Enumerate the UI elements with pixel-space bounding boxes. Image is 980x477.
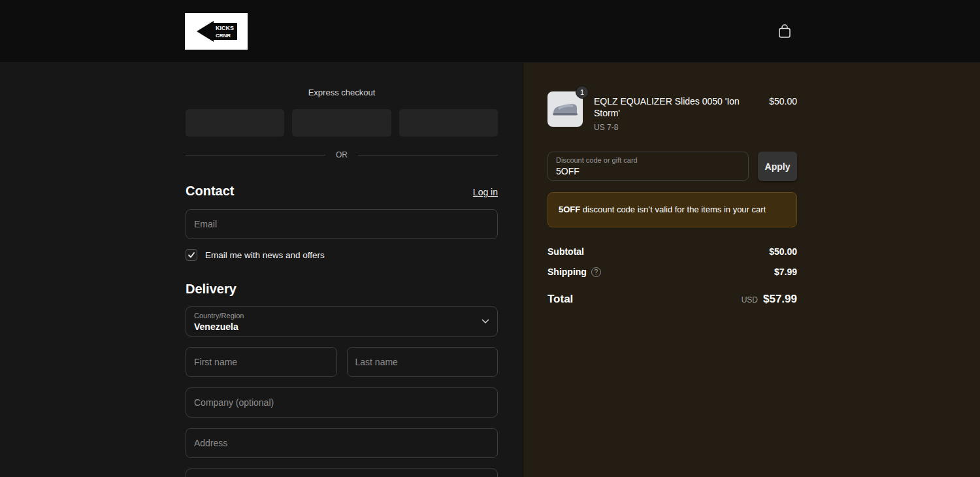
newsletter-label: Email me with news and offers	[205, 250, 325, 260]
country-select-label: Country/Region	[194, 312, 244, 320]
express-pay-button-3[interactable]	[399, 109, 498, 137]
delivery-heading: Delivery	[186, 280, 237, 297]
discount-code-input[interactable]: Discount code or gift card 5OFF	[547, 152, 749, 181]
apply-discount-button[interactable]: Apply	[758, 152, 797, 181]
express-checkout-title: Express checkout	[186, 88, 498, 98]
divider-line	[186, 155, 325, 156]
slide-sandal-image	[551, 101, 579, 118]
last-name-input[interactable]	[347, 347, 498, 377]
discount-error-banner: 5OFF discount code isn’t valid for the i…	[547, 192, 797, 227]
first-name-input[interactable]	[186, 347, 337, 377]
discount-code-label: Discount code or gift card	[556, 156, 740, 165]
or-divider: OR	[186, 150, 498, 160]
chevron-down-icon	[482, 319, 489, 324]
newsletter-checkbox[interactable]	[186, 249, 197, 261]
country-select-value: Venezuela	[194, 321, 244, 332]
cart-line-item: 1 EQLZ EQUALIZER Slides 0050 'Ion Storm'…	[547, 91, 797, 132]
product-variant: US 7-8	[594, 123, 761, 132]
product-price: $50.00	[769, 91, 797, 107]
kicks-crnr-logo-icon: KICKS CRNR	[191, 17, 241, 46]
apartment-input[interactable]	[186, 469, 498, 477]
checkmark-icon	[188, 251, 195, 259]
header: KICKS CRNR	[0, 0, 980, 63]
order-summary-column: 1 EQLZ EQUALIZER Slides 0050 'Ion Storm'…	[523, 63, 980, 477]
discount-error-message: discount code isn’t valid for the items …	[580, 205, 766, 214]
total-value: $57.99	[763, 293, 797, 306]
checkout-form-column: Express checkout OR Contact Log in	[0, 63, 523, 477]
svg-text:CRNR: CRNR	[216, 33, 231, 39]
totals-section: Subtotal $50.00 Shipping ? $7.99 Total U…	[547, 246, 797, 306]
shipping-label: Shipping	[547, 267, 587, 277]
express-pay-button-2[interactable]	[292, 109, 391, 137]
discount-error-code: 5OFF	[559, 205, 580, 214]
cart-button[interactable]	[776, 22, 794, 41]
email-input[interactable]	[186, 209, 498, 239]
login-link[interactable]: Log in	[473, 187, 498, 197]
product-title: EQLZ EQUALIZER Slides 0050 'Ion Storm'	[594, 96, 761, 119]
company-input[interactable]	[186, 387, 498, 418]
shipping-value: $7.99	[774, 267, 797, 277]
svg-text:KICKS: KICKS	[216, 25, 234, 31]
newsletter-row[interactable]: Email me with news and offers	[186, 249, 498, 261]
shipping-help-icon[interactable]: ?	[591, 267, 601, 277]
address-input[interactable]	[186, 428, 498, 458]
quantity-badge: 1	[576, 86, 589, 99]
contact-heading: Contact	[186, 182, 234, 199]
store-logo[interactable]: KICKS CRNR	[185, 13, 248, 50]
checkout-page: Express checkout OR Contact Log in	[0, 63, 980, 477]
divider-line	[358, 155, 498, 156]
express-pay-button-1[interactable]	[186, 109, 284, 137]
country-select[interactable]: Country/Region Venezuela	[186, 306, 498, 337]
discount-code-value: 5OFF	[556, 166, 740, 176]
or-label: OR	[336, 150, 348, 160]
bag-icon	[777, 24, 792, 39]
total-currency: USD	[742, 295, 758, 304]
subtotal-value: $50.00	[769, 246, 797, 257]
total-label: Total	[547, 293, 573, 306]
express-checkout-buttons	[186, 109, 498, 137]
subtotal-label: Subtotal	[547, 246, 584, 257]
